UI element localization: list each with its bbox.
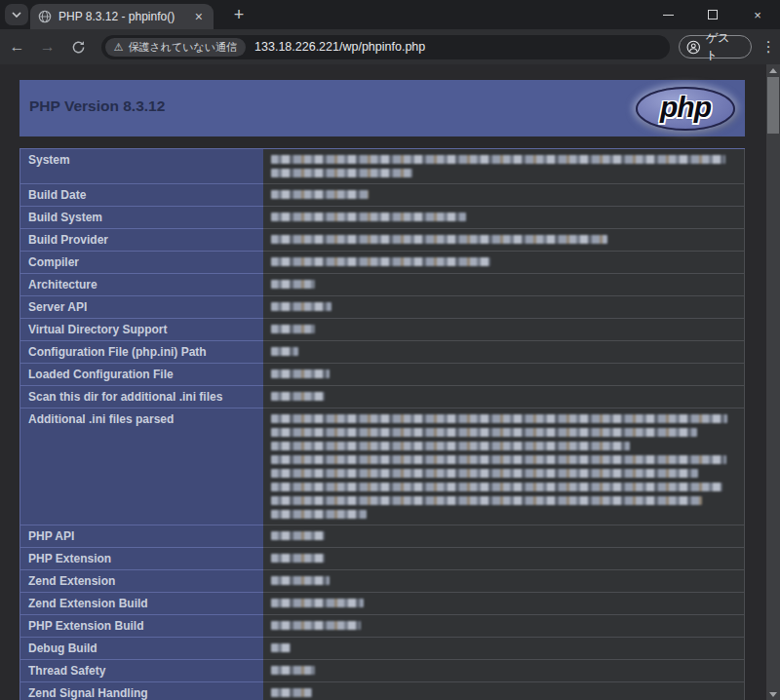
table-row: Architecture: [20, 274, 745, 296]
scrollbar-down-button[interactable]: [766, 688, 780, 700]
table-row: Compiler: [20, 252, 745, 274]
table-row-label: Loaded Configuration File: [20, 364, 263, 386]
redacted-value: [271, 643, 291, 652]
table-row: PHP Extension Build: [20, 615, 745, 638]
redacted-value: [271, 155, 725, 164]
redacted-value: [271, 576, 330, 585]
table-row-label: Debug Build: [20, 638, 263, 660]
profile-button[interactable]: ゲスト: [679, 35, 751, 58]
table-row: Scan this dir for additional .ini files: [20, 386, 745, 408]
redacted-value: [271, 414, 727, 423]
table-row: Loaded Configuration File: [20, 364, 745, 386]
table-row-value: [263, 229, 745, 252]
security-chip[interactable]: ⚠ 保護されていない通信: [105, 38, 246, 57]
table-row: Build System: [20, 207, 745, 229]
table-row: Zend Extension: [20, 570, 745, 593]
back-button[interactable]: ←: [4, 33, 30, 60]
warning-icon: ⚠: [114, 41, 124, 54]
phpinfo-header: PHP Version 8.3.12 php: [20, 80, 745, 136]
browser-window: PHP 8.3.12 - phpinfo() × + × ← → ⚠ 保護されて…: [0, 0, 780, 700]
table-row-label: Thread Safety: [20, 660, 263, 682]
table-row: Zend Signal Handling: [20, 682, 745, 700]
redacted-value: [271, 190, 369, 199]
table-row-label: PHP API: [20, 525, 263, 548]
table-row: Virtual Directory Support: [20, 319, 745, 341]
redacted-value: [271, 257, 490, 266]
table-row-value: [263, 570, 745, 593]
minimize-icon: [663, 15, 674, 16]
window-controls: ×: [645, 0, 780, 29]
table-row-value: [263, 364, 745, 386]
table-row-value: [263, 615, 745, 638]
table-row: Debug Build: [20, 638, 745, 660]
profile-label: ゲスト: [706, 30, 741, 63]
table-row-value: [263, 341, 745, 364]
redacted-value: [271, 496, 702, 505]
redacted-value: [271, 347, 298, 356]
table-row-label: Scan this dir for additional .ini files: [20, 386, 263, 408]
tab-title: PHP 8.3.12 - phpinfo(): [58, 10, 185, 23]
table-row-value: [263, 296, 745, 319]
forward-button[interactable]: →: [34, 33, 60, 60]
redacted-value: [271, 554, 325, 563]
browser-toolbar: ← → ⚠ 保護されていない通信 133.18.226.221/wp/phpin…: [0, 29, 780, 64]
table-row: Thread Safety: [20, 660, 745, 682]
table-row: Build Provider: [20, 229, 745, 252]
table-row-value: [263, 149, 745, 184]
table-row-label: Build System: [20, 207, 263, 229]
redacted-value: [271, 469, 698, 478]
triangle-up-icon: [769, 68, 777, 73]
maximize-button[interactable]: [690, 0, 735, 29]
table-row-value: [263, 386, 745, 408]
table-row-label: Build Date: [20, 184, 263, 207]
table-row-label: Additional .ini files parsed: [20, 408, 263, 525]
minimize-button[interactable]: [645, 0, 690, 29]
table-row-value: [263, 252, 745, 274]
redacted-value: [271, 455, 726, 464]
triangle-down-icon: [769, 692, 777, 697]
redacted-value: [271, 392, 325, 401]
table-row-label: Build Provider: [20, 229, 263, 252]
maximize-icon: [708, 10, 718, 19]
table-row-value: [263, 682, 745, 700]
menu-button[interactable]: ⋮: [758, 35, 780, 58]
table-row-value: [263, 184, 745, 207]
redacted-value: [271, 510, 367, 519]
table-row-value: [263, 548, 745, 570]
security-chip-label: 保護されていない通信: [129, 40, 238, 55]
table-row: PHP Extension: [20, 548, 745, 570]
tab-close-icon[interactable]: ×: [192, 9, 206, 24]
phpinfo-table: SystemBuild DateBuild SystemBuild Provid…: [20, 148, 745, 700]
reload-button[interactable]: [64, 33, 91, 60]
url-text[interactable]: 133.18.226.221/wp/phpinfo.php: [254, 40, 425, 54]
close-button[interactable]: ×: [735, 0, 780, 29]
table-row-label: System: [20, 149, 263, 184]
address-bar[interactable]: ⚠ 保護されていない通信 133.18.226.221/wp/phpinfo.p…: [101, 35, 671, 59]
php-logo: php: [636, 87, 735, 131]
table-row: Configuration File (php.ini) Path: [20, 341, 745, 364]
table-row-label: Zend Extension: [20, 570, 263, 593]
table-row-value: [263, 207, 745, 229]
redacted-value: [271, 442, 630, 450]
table-row-label: Zend Signal Handling: [20, 682, 263, 700]
table-row-label: Virtual Directory Support: [20, 319, 263, 341]
redacted-value: [271, 280, 315, 289]
new-tab-button[interactable]: +: [226, 3, 252, 26]
table-row: Build Date: [20, 184, 745, 207]
active-tab[interactable]: PHP 8.3.12 - phpinfo() ×: [30, 4, 214, 29]
page-content: PHP Version 8.3.12 php SystemBuild DateB…: [20, 80, 745, 700]
redacted-value: [271, 666, 315, 675]
redacted-value: [271, 169, 412, 177]
tab-search-button[interactable]: [5, 4, 28, 25]
table-row-value: [263, 274, 745, 296]
page-scrollbar[interactable]: [766, 64, 780, 700]
scrollbar-up-button[interactable]: [766, 64, 780, 76]
redacted-value: [271, 428, 697, 437]
redacted-value: [271, 531, 325, 540]
redacted-value: [271, 302, 332, 311]
table-row: Additional .ini files parsed: [20, 408, 745, 525]
reload-icon: [71, 40, 86, 55]
scrollbar-thumb[interactable]: [767, 77, 779, 134]
table-row-value: [263, 593, 745, 615]
page-title: PHP Version 8.3.12: [29, 97, 165, 115]
